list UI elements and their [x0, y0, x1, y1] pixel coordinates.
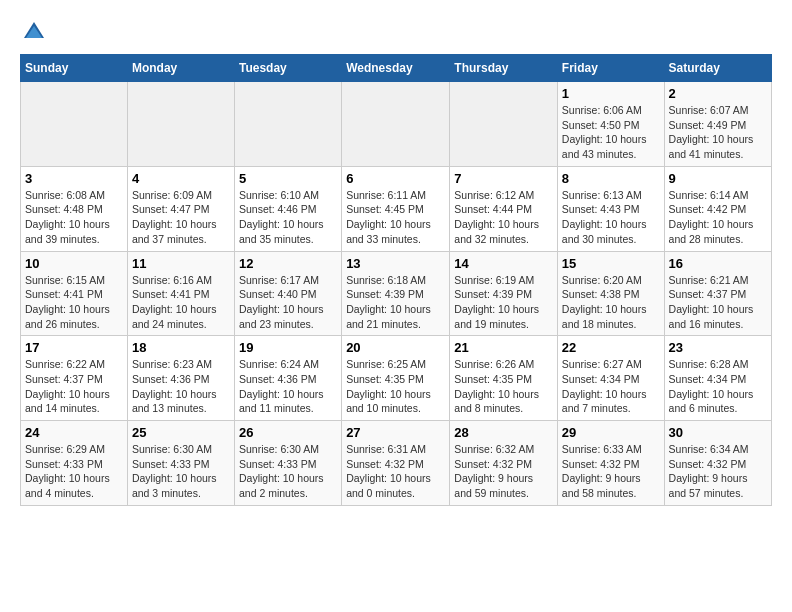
calendar-cell: 19Sunrise: 6:24 AM Sunset: 4:36 PM Dayli…: [234, 336, 341, 421]
calendar-cell: 18Sunrise: 6:23 AM Sunset: 4:36 PM Dayli…: [127, 336, 234, 421]
cell-info: Sunrise: 6:06 AM Sunset: 4:50 PM Dayligh…: [562, 103, 660, 162]
calendar-cell: 27Sunrise: 6:31 AM Sunset: 4:32 PM Dayli…: [342, 421, 450, 506]
week-row-2: 10Sunrise: 6:15 AM Sunset: 4:41 PM Dayli…: [21, 251, 772, 336]
cell-info: Sunrise: 6:20 AM Sunset: 4:38 PM Dayligh…: [562, 273, 660, 332]
calendar-cell: [342, 82, 450, 167]
calendar-cell: [127, 82, 234, 167]
calendar-cell: 5Sunrise: 6:10 AM Sunset: 4:46 PM Daylig…: [234, 166, 341, 251]
cell-info: Sunrise: 6:30 AM Sunset: 4:33 PM Dayligh…: [239, 442, 337, 501]
calendar-cell: 8Sunrise: 6:13 AM Sunset: 4:43 PM Daylig…: [557, 166, 664, 251]
logo-icon: [22, 20, 46, 44]
cell-info: Sunrise: 6:17 AM Sunset: 4:40 PM Dayligh…: [239, 273, 337, 332]
calendar-cell: 21Sunrise: 6:26 AM Sunset: 4:35 PM Dayli…: [450, 336, 558, 421]
day-number: 1: [562, 86, 660, 101]
day-number: 22: [562, 340, 660, 355]
day-number: 19: [239, 340, 337, 355]
cell-info: Sunrise: 6:11 AM Sunset: 4:45 PM Dayligh…: [346, 188, 445, 247]
weekday-header-thursday: Thursday: [450, 55, 558, 82]
cell-info: Sunrise: 6:08 AM Sunset: 4:48 PM Dayligh…: [25, 188, 123, 247]
week-row-0: 1Sunrise: 6:06 AM Sunset: 4:50 PM Daylig…: [21, 82, 772, 167]
cell-info: Sunrise: 6:09 AM Sunset: 4:47 PM Dayligh…: [132, 188, 230, 247]
cell-info: Sunrise: 6:25 AM Sunset: 4:35 PM Dayligh…: [346, 357, 445, 416]
week-row-1: 3Sunrise: 6:08 AM Sunset: 4:48 PM Daylig…: [21, 166, 772, 251]
day-number: 3: [25, 171, 123, 186]
day-number: 30: [669, 425, 767, 440]
calendar-cell: 3Sunrise: 6:08 AM Sunset: 4:48 PM Daylig…: [21, 166, 128, 251]
cell-info: Sunrise: 6:15 AM Sunset: 4:41 PM Dayligh…: [25, 273, 123, 332]
cell-info: Sunrise: 6:13 AM Sunset: 4:43 PM Dayligh…: [562, 188, 660, 247]
weekday-header-sunday: Sunday: [21, 55, 128, 82]
weekday-header-row: SundayMondayTuesdayWednesdayThursdayFrid…: [21, 55, 772, 82]
cell-info: Sunrise: 6:18 AM Sunset: 4:39 PM Dayligh…: [346, 273, 445, 332]
day-number: 25: [132, 425, 230, 440]
calendar-cell: 29Sunrise: 6:33 AM Sunset: 4:32 PM Dayli…: [557, 421, 664, 506]
day-number: 15: [562, 256, 660, 271]
calendar-cell: 25Sunrise: 6:30 AM Sunset: 4:33 PM Dayli…: [127, 421, 234, 506]
calendar-cell: 10Sunrise: 6:15 AM Sunset: 4:41 PM Dayli…: [21, 251, 128, 336]
day-number: 21: [454, 340, 553, 355]
calendar-cell: [21, 82, 128, 167]
cell-info: Sunrise: 6:14 AM Sunset: 4:42 PM Dayligh…: [669, 188, 767, 247]
cell-info: Sunrise: 6:29 AM Sunset: 4:33 PM Dayligh…: [25, 442, 123, 501]
day-number: 7: [454, 171, 553, 186]
cell-info: Sunrise: 6:26 AM Sunset: 4:35 PM Dayligh…: [454, 357, 553, 416]
calendar-cell: 14Sunrise: 6:19 AM Sunset: 4:39 PM Dayli…: [450, 251, 558, 336]
day-number: 11: [132, 256, 230, 271]
day-number: 6: [346, 171, 445, 186]
calendar-cell: 23Sunrise: 6:28 AM Sunset: 4:34 PM Dayli…: [664, 336, 771, 421]
calendar-cell: 4Sunrise: 6:09 AM Sunset: 4:47 PM Daylig…: [127, 166, 234, 251]
cell-info: Sunrise: 6:31 AM Sunset: 4:32 PM Dayligh…: [346, 442, 445, 501]
calendar-cell: 6Sunrise: 6:11 AM Sunset: 4:45 PM Daylig…: [342, 166, 450, 251]
day-number: 14: [454, 256, 553, 271]
calendar-cell: 9Sunrise: 6:14 AM Sunset: 4:42 PM Daylig…: [664, 166, 771, 251]
cell-info: Sunrise: 6:24 AM Sunset: 4:36 PM Dayligh…: [239, 357, 337, 416]
day-number: 4: [132, 171, 230, 186]
week-row-4: 24Sunrise: 6:29 AM Sunset: 4:33 PM Dayli…: [21, 421, 772, 506]
day-number: 23: [669, 340, 767, 355]
day-number: 8: [562, 171, 660, 186]
calendar-cell: 16Sunrise: 6:21 AM Sunset: 4:37 PM Dayli…: [664, 251, 771, 336]
day-number: 13: [346, 256, 445, 271]
cell-info: Sunrise: 6:22 AM Sunset: 4:37 PM Dayligh…: [25, 357, 123, 416]
calendar-cell: 13Sunrise: 6:18 AM Sunset: 4:39 PM Dayli…: [342, 251, 450, 336]
cell-info: Sunrise: 6:30 AM Sunset: 4:33 PM Dayligh…: [132, 442, 230, 501]
header: [20, 20, 772, 44]
calendar-cell: 26Sunrise: 6:30 AM Sunset: 4:33 PM Dayli…: [234, 421, 341, 506]
calendar-cell: [234, 82, 341, 167]
cell-info: Sunrise: 6:07 AM Sunset: 4:49 PM Dayligh…: [669, 103, 767, 162]
calendar-cell: 12Sunrise: 6:17 AM Sunset: 4:40 PM Dayli…: [234, 251, 341, 336]
calendar-cell: 28Sunrise: 6:32 AM Sunset: 4:32 PM Dayli…: [450, 421, 558, 506]
calendar-cell: 7Sunrise: 6:12 AM Sunset: 4:44 PM Daylig…: [450, 166, 558, 251]
calendar-cell: 20Sunrise: 6:25 AM Sunset: 4:35 PM Dayli…: [342, 336, 450, 421]
day-number: 18: [132, 340, 230, 355]
calendar-cell: 24Sunrise: 6:29 AM Sunset: 4:33 PM Dayli…: [21, 421, 128, 506]
weekday-header-wednesday: Wednesday: [342, 55, 450, 82]
week-row-3: 17Sunrise: 6:22 AM Sunset: 4:37 PM Dayli…: [21, 336, 772, 421]
cell-info: Sunrise: 6:12 AM Sunset: 4:44 PM Dayligh…: [454, 188, 553, 247]
weekday-header-friday: Friday: [557, 55, 664, 82]
calendar-cell: 22Sunrise: 6:27 AM Sunset: 4:34 PM Dayli…: [557, 336, 664, 421]
day-number: 9: [669, 171, 767, 186]
day-number: 17: [25, 340, 123, 355]
logo: [20, 20, 46, 44]
day-number: 26: [239, 425, 337, 440]
day-number: 10: [25, 256, 123, 271]
calendar-cell: 1Sunrise: 6:06 AM Sunset: 4:50 PM Daylig…: [557, 82, 664, 167]
day-number: 29: [562, 425, 660, 440]
calendar-cell: 2Sunrise: 6:07 AM Sunset: 4:49 PM Daylig…: [664, 82, 771, 167]
cell-info: Sunrise: 6:21 AM Sunset: 4:37 PM Dayligh…: [669, 273, 767, 332]
cell-info: Sunrise: 6:10 AM Sunset: 4:46 PM Dayligh…: [239, 188, 337, 247]
cell-info: Sunrise: 6:19 AM Sunset: 4:39 PM Dayligh…: [454, 273, 553, 332]
calendar-cell: 17Sunrise: 6:22 AM Sunset: 4:37 PM Dayli…: [21, 336, 128, 421]
cell-info: Sunrise: 6:28 AM Sunset: 4:34 PM Dayligh…: [669, 357, 767, 416]
day-number: 20: [346, 340, 445, 355]
day-number: 24: [25, 425, 123, 440]
cell-info: Sunrise: 6:34 AM Sunset: 4:32 PM Dayligh…: [669, 442, 767, 501]
day-number: 5: [239, 171, 337, 186]
calendar-cell: 30Sunrise: 6:34 AM Sunset: 4:32 PM Dayli…: [664, 421, 771, 506]
calendar-cell: 11Sunrise: 6:16 AM Sunset: 4:41 PM Dayli…: [127, 251, 234, 336]
day-number: 2: [669, 86, 767, 101]
day-number: 27: [346, 425, 445, 440]
calendar: SundayMondayTuesdayWednesdayThursdayFrid…: [20, 54, 772, 506]
calendar-cell: 15Sunrise: 6:20 AM Sunset: 4:38 PM Dayli…: [557, 251, 664, 336]
